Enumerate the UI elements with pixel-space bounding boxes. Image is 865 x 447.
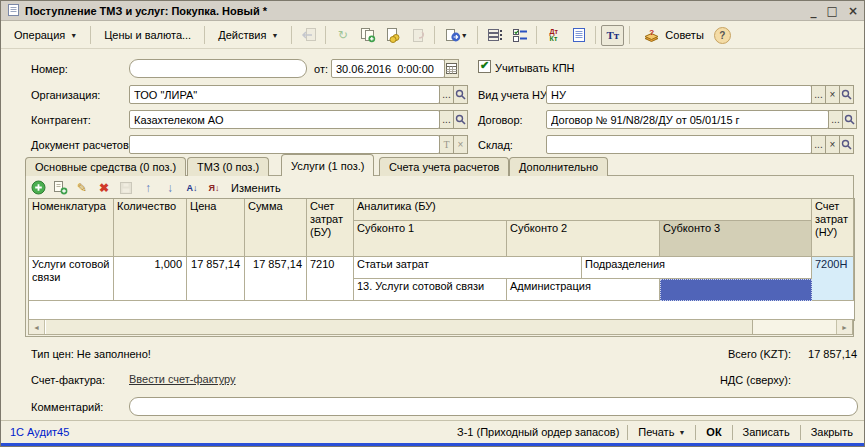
col-header-subkonto3[interactable]: Субконто 3: [660, 221, 812, 257]
goto-icon[interactable]: ▼: [440, 25, 472, 46]
scrollbar-track[interactable]: [753, 320, 836, 334]
checklist-icon[interactable]: [508, 25, 531, 46]
col-header-nomenclature[interactable]: Номенклатура: [29, 199, 114, 257]
contractor-lookup-icon[interactable]: [453, 110, 468, 129]
cell-sum[interactable]: 17 857,14: [245, 257, 307, 301]
end-edit-icon[interactable]: [117, 179, 135, 196]
cell-account-bu[interactable]: 7210: [307, 257, 354, 301]
date-input[interactable]: [331, 59, 445, 78]
cell-subkonto2-type[interactable]: Подразделения: [582, 257, 812, 279]
copy-add-icon[interactable]: [356, 25, 379, 46]
close-button[interactable]: ×: [848, 5, 858, 17]
list-settings-icon[interactable]: [483, 25, 506, 46]
undo-fill-icon[interactable]: [406, 25, 429, 46]
col-header-analytics-bu[interactable]: Аналитика (БУ): [354, 199, 812, 221]
calendar-icon[interactable]: [444, 59, 459, 78]
tab-additional[interactable]: Дополнительно: [509, 157, 608, 176]
warehouse-clear-icon[interactable]: ×: [825, 135, 840, 154]
contractor-ellipsis-button[interactable]: ...: [439, 110, 454, 129]
move-up-icon[interactable]: ↑: [139, 179, 157, 196]
kpn-checkbox[interactable]: ✔: [478, 60, 491, 73]
cell-subkonto3-value-selected[interactable]: [660, 279, 812, 301]
empty-row[interactable]: [29, 301, 854, 320]
nu-kind-clear-icon[interactable]: ×: [825, 85, 840, 104]
tab-services[interactable]: Услуги (1 поз.): [281, 154, 374, 176]
tab-fixed-assets[interactable]: Основные средства (0 поз.): [25, 157, 186, 176]
col-header-subkonto1[interactable]: Субконто 1: [354, 221, 507, 257]
col-header-subkonto2[interactable]: Субконто 2: [507, 221, 660, 257]
number-input[interactable]: [129, 59, 307, 78]
save-button[interactable]: Записать: [741, 426, 792, 438]
prices-currency-label: Цены и валюта...: [104, 29, 191, 41]
settlement-doc-type-icon[interactable]: T: [439, 135, 454, 154]
settlement-doc-input[interactable]: [129, 135, 440, 154]
dt-kt-postings-icon[interactable]: ДтКт: [542, 25, 565, 46]
ok-button[interactable]: ОК: [704, 426, 723, 438]
nu-kind-lookup-icon[interactable]: [839, 85, 854, 104]
tips-button[interactable]: ? Советы: [635, 25, 711, 45]
nu-kind-ellipsis-button[interactable]: ...: [811, 85, 826, 104]
total-value: 17 857,14: [791, 348, 857, 360]
organization-input[interactable]: [129, 85, 440, 104]
contract-input[interactable]: [546, 110, 829, 129]
delete-row-icon[interactable]: ✖: [95, 179, 113, 196]
dropdown-caret-icon: ▼: [678, 429, 685, 436]
close-form-button[interactable]: Закрыть: [809, 426, 855, 438]
warehouse-label: Склад:: [478, 139, 513, 151]
col-header-account-bu[interactable]: Счет затрат (БУ): [307, 199, 354, 257]
maximize-button[interactable]: □: [827, 5, 838, 17]
add-row-icon[interactable]: [29, 179, 47, 196]
tab-settlement-accounts[interactable]: Счета учета расчетов: [379, 157, 509, 176]
warehouse-input[interactable]: [546, 135, 812, 154]
warehouse-lookup-icon[interactable]: [839, 135, 854, 154]
cell-subkonto1-type[interactable]: Статьи затрат: [354, 257, 582, 279]
col-header-account-nu[interactable]: Счет затрат (НУ): [812, 199, 854, 257]
scrollbar-thumb[interactable]: [45, 320, 753, 334]
tab-tmz[interactable]: ТМЗ (0 поз.): [187, 157, 269, 176]
kpn-label[interactable]: Учитывать КПН: [495, 62, 575, 74]
cell-account-nu[interactable]: 7200Н: [812, 257, 854, 301]
sort-asc-icon[interactable]: А↓: [183, 179, 201, 196]
dropdown-caret-icon: ▼: [70, 32, 77, 39]
operation-menu-button[interactable]: Операция ▼: [6, 25, 85, 45]
edit-row-icon[interactable]: ✎: [73, 179, 91, 196]
scroll-left-icon[interactable]: ◄: [29, 320, 45, 334]
col-header-sum[interactable]: Сумма: [245, 199, 307, 257]
settlement-doc-clear-icon[interactable]: ×: [453, 135, 468, 154]
window-bottom-border: [1, 443, 864, 447]
comment-input[interactable]: [129, 397, 858, 416]
comment-label: Комментарий:: [31, 401, 103, 413]
enter-invoice-link[interactable]: Ввести счет-фактуру: [129, 373, 236, 385]
help-icon[interactable]: ?: [714, 27, 731, 44]
organization-ellipsis-button[interactable]: ...: [439, 85, 454, 104]
fill-prices-icon[interactable]: [381, 25, 404, 46]
sort-desc-icon[interactable]: Я↓: [205, 179, 223, 196]
reread-icon[interactable]: [297, 25, 320, 46]
scroll-right-icon[interactable]: ►: [836, 320, 852, 334]
copy-row-icon[interactable]: [51, 179, 69, 196]
refresh-icon[interactable]: ↻: [331, 25, 354, 46]
cell-price[interactable]: 17 857,14: [187, 257, 245, 301]
cell-nomenclature[interactable]: Услуги сотовой связи: [29, 257, 114, 301]
contract-ellipsis-button[interactable]: ...: [828, 110, 843, 129]
actions-menu-button[interactable]: Действия ▼: [210, 25, 286, 45]
organization-lookup-icon[interactable]: [453, 85, 468, 104]
cell-quantity[interactable]: 1,000: [114, 257, 187, 301]
minimize-button[interactable]: _: [811, 5, 817, 17]
cell-subkonto2-value[interactable]: Администрация: [507, 279, 660, 301]
document-structure-icon[interactable]: [567, 25, 590, 46]
check-icon: ✔: [480, 60, 489, 71]
app-link[interactable]: 1С Аудит45: [10, 426, 69, 438]
move-down-icon[interactable]: ↓: [161, 179, 179, 196]
warehouse-ellipsis-button[interactable]: ...: [811, 135, 826, 154]
contractor-input[interactable]: [129, 110, 440, 129]
col-header-price[interactable]: Цена: [187, 199, 245, 257]
edit-menu-label[interactable]: Изменить: [231, 182, 281, 194]
contract-lookup-icon[interactable]: [842, 110, 857, 129]
prices-currency-button[interactable]: Цены и валюта...: [96, 25, 199, 45]
col-header-quantity[interactable]: Количество: [114, 199, 187, 257]
nu-kind-input[interactable]: [546, 85, 812, 104]
font-toggle-button[interactable]: Тт: [601, 25, 624, 46]
cell-subkonto1-value[interactable]: 13. Услуги сотовой связи: [354, 279, 507, 301]
print-button[interactable]: Печать ▼: [636, 426, 687, 438]
